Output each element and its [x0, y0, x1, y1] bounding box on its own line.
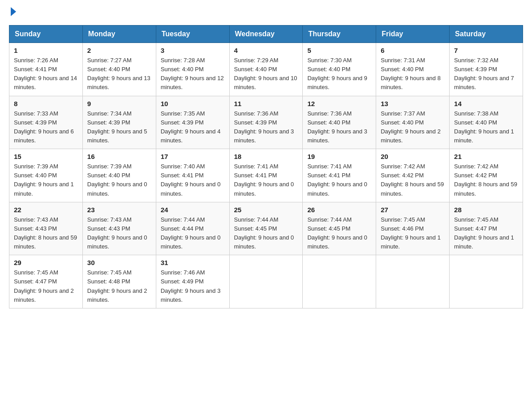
day-info: Sunrise: 7:42 AM Sunset: 4:42 PM Dayligh… [454, 162, 518, 198]
header-friday: Friday [376, 26, 450, 43]
header-tuesday: Tuesday [156, 26, 229, 43]
calendar-cell: 27 Sunrise: 7:45 AM Sunset: 4:46 PM Dayl… [376, 202, 450, 255]
day-number: 8 [14, 100, 78, 107]
calendar-week-2: 8 Sunrise: 7:33 AM Sunset: 4:39 PM Dayli… [9, 96, 523, 149]
header-thursday: Thursday [303, 26, 376, 43]
day-number: 13 [381, 100, 445, 107]
day-number: 3 [161, 47, 225, 54]
day-info: Sunrise: 7:45 AM Sunset: 4:48 PM Dayligh… [87, 268, 151, 304]
calendar-week-5: 29 Sunrise: 7:45 AM Sunset: 4:47 PM Dayl… [9, 255, 523, 308]
calendar-cell [450, 255, 523, 308]
calendar-cell: 24 Sunrise: 7:44 AM Sunset: 4:44 PM Dayl… [156, 202, 229, 255]
day-number: 19 [307, 153, 371, 160]
day-info: Sunrise: 7:45 AM Sunset: 4:46 PM Dayligh… [381, 215, 445, 252]
day-number: 17 [161, 153, 225, 160]
day-info: Sunrise: 7:39 AM Sunset: 4:40 PM Dayligh… [87, 162, 151, 198]
day-info: Sunrise: 7:39 AM Sunset: 4:40 PM Dayligh… [14, 162, 78, 198]
calendar-cell: 18 Sunrise: 7:41 AM Sunset: 4:41 PM Dayl… [229, 149, 303, 202]
day-number: 2 [87, 47, 151, 54]
calendar-week-4: 22 Sunrise: 7:43 AM Sunset: 4:43 PM Dayl… [9, 202, 523, 255]
day-number: 24 [161, 206, 225, 214]
day-info: Sunrise: 7:35 AM Sunset: 4:39 PM Dayligh… [161, 109, 225, 146]
day-number: 23 [87, 206, 151, 214]
day-number: 18 [234, 153, 298, 160]
calendar-cell: 4 Sunrise: 7:29 AM Sunset: 4:40 PM Dayli… [229, 43, 303, 96]
day-number: 11 [234, 100, 298, 107]
day-info: Sunrise: 7:41 AM Sunset: 4:41 PM Dayligh… [307, 162, 371, 198]
day-number: 27 [381, 206, 445, 214]
calendar-week-1: 1 Sunrise: 7:26 AM Sunset: 4:41 PM Dayli… [9, 43, 523, 96]
calendar-cell: 29 Sunrise: 7:45 AM Sunset: 4:47 PM Dayl… [9, 255, 83, 308]
day-number: 10 [161, 100, 225, 107]
day-number: 30 [87, 259, 151, 266]
day-number: 4 [234, 47, 298, 54]
calendar-header: SundayMondayTuesdayWednesdayThursdayFrid… [9, 26, 523, 43]
day-info: Sunrise: 7:44 AM Sunset: 4:45 PM Dayligh… [234, 215, 298, 252]
day-info: Sunrise: 7:41 AM Sunset: 4:41 PM Dayligh… [234, 162, 298, 198]
day-info: Sunrise: 7:45 AM Sunset: 4:47 PM Dayligh… [14, 268, 78, 304]
calendar-cell: 25 Sunrise: 7:44 AM Sunset: 4:45 PM Dayl… [229, 202, 303, 255]
day-number: 26 [307, 206, 371, 214]
calendar-cell: 19 Sunrise: 7:41 AM Sunset: 4:41 PM Dayl… [303, 149, 376, 202]
header-saturday: Saturday [450, 26, 523, 43]
logo [9, 9, 16, 16]
day-info: Sunrise: 7:43 AM Sunset: 4:43 PM Dayligh… [14, 215, 78, 252]
calendar-cell: 8 Sunrise: 7:33 AM Sunset: 4:39 PM Dayli… [9, 96, 83, 149]
day-number: 31 [161, 259, 225, 266]
calendar-cell: 31 Sunrise: 7:46 AM Sunset: 4:49 PM Dayl… [156, 255, 229, 308]
calendar-cell: 5 Sunrise: 7:30 AM Sunset: 4:40 PM Dayli… [303, 43, 376, 96]
day-info: Sunrise: 7:44 AM Sunset: 4:45 PM Dayligh… [307, 215, 371, 252]
header-wednesday: Wednesday [229, 26, 303, 43]
day-info: Sunrise: 7:31 AM Sunset: 4:40 PM Dayligh… [381, 56, 445, 92]
day-info: Sunrise: 7:36 AM Sunset: 4:40 PM Dayligh… [307, 109, 371, 146]
day-number: 9 [87, 100, 151, 107]
calendar-cell: 15 Sunrise: 7:39 AM Sunset: 4:40 PM Dayl… [9, 149, 83, 202]
day-info: Sunrise: 7:43 AM Sunset: 4:43 PM Dayligh… [87, 215, 151, 252]
calendar-cell: 12 Sunrise: 7:36 AM Sunset: 4:40 PM Dayl… [303, 96, 376, 149]
page-header [9, 9, 523, 16]
day-info: Sunrise: 7:27 AM Sunset: 4:40 PM Dayligh… [87, 56, 151, 92]
day-number: 7 [454, 47, 518, 54]
day-number: 14 [454, 100, 518, 107]
calendar-cell: 14 Sunrise: 7:38 AM Sunset: 4:40 PM Dayl… [450, 96, 523, 149]
calendar-cell [376, 255, 450, 308]
day-info: Sunrise: 7:46 AM Sunset: 4:49 PM Dayligh… [161, 268, 225, 304]
logo-area [9, 9, 16, 16]
day-info: Sunrise: 7:45 AM Sunset: 4:47 PM Dayligh… [454, 215, 518, 252]
day-number: 20 [381, 153, 445, 160]
day-info: Sunrise: 7:30 AM Sunset: 4:40 PM Dayligh… [307, 56, 371, 92]
day-info: Sunrise: 7:44 AM Sunset: 4:44 PM Dayligh… [161, 215, 225, 252]
day-info: Sunrise: 7:40 AM Sunset: 4:41 PM Dayligh… [161, 162, 225, 198]
calendar-cell: 22 Sunrise: 7:43 AM Sunset: 4:43 PM Dayl… [9, 202, 83, 255]
calendar-cell: 6 Sunrise: 7:31 AM Sunset: 4:40 PM Dayli… [376, 43, 450, 96]
calendar-cell: 10 Sunrise: 7:35 AM Sunset: 4:39 PM Dayl… [156, 96, 229, 149]
calendar-cell [229, 255, 303, 308]
calendar-cell: 26 Sunrise: 7:44 AM Sunset: 4:45 PM Dayl… [303, 202, 376, 255]
day-number: 16 [87, 153, 151, 160]
day-number: 1 [14, 47, 78, 54]
calendar-cell: 30 Sunrise: 7:45 AM Sunset: 4:48 PM Dayl… [82, 255, 156, 308]
day-number: 21 [454, 153, 518, 160]
day-info: Sunrise: 7:29 AM Sunset: 4:40 PM Dayligh… [234, 56, 298, 92]
header-row: SundayMondayTuesdayWednesdayThursdayFrid… [9, 26, 523, 43]
calendar-body: 1 Sunrise: 7:26 AM Sunset: 4:41 PM Dayli… [9, 43, 523, 308]
day-info: Sunrise: 7:42 AM Sunset: 4:42 PM Dayligh… [381, 162, 445, 198]
calendar-cell: 7 Sunrise: 7:32 AM Sunset: 4:39 PM Dayli… [450, 43, 523, 96]
day-info: Sunrise: 7:34 AM Sunset: 4:39 PM Dayligh… [87, 109, 151, 146]
day-info: Sunrise: 7:28 AM Sunset: 4:40 PM Dayligh… [161, 56, 225, 92]
day-info: Sunrise: 7:36 AM Sunset: 4:39 PM Dayligh… [234, 109, 298, 146]
day-number: 29 [14, 259, 78, 266]
calendar-cell: 28 Sunrise: 7:45 AM Sunset: 4:47 PM Dayl… [450, 202, 523, 255]
calendar-cell: 21 Sunrise: 7:42 AM Sunset: 4:42 PM Dayl… [450, 149, 523, 202]
calendar-cell: 11 Sunrise: 7:36 AM Sunset: 4:39 PM Dayl… [229, 96, 303, 149]
day-number: 12 [307, 100, 371, 107]
day-info: Sunrise: 7:37 AM Sunset: 4:40 PM Dayligh… [381, 109, 445, 146]
calendar-cell: 9 Sunrise: 7:34 AM Sunset: 4:39 PM Dayli… [82, 96, 156, 149]
calendar-cell: 13 Sunrise: 7:37 AM Sunset: 4:40 PM Dayl… [376, 96, 450, 149]
header-sunday: Sunday [9, 26, 83, 43]
calendar-table: SundayMondayTuesdayWednesdayThursdayFrid… [9, 25, 523, 308]
day-number: 15 [14, 153, 78, 160]
calendar-cell [303, 255, 376, 308]
day-number: 6 [381, 47, 445, 54]
day-info: Sunrise: 7:33 AM Sunset: 4:39 PM Dayligh… [14, 109, 78, 146]
